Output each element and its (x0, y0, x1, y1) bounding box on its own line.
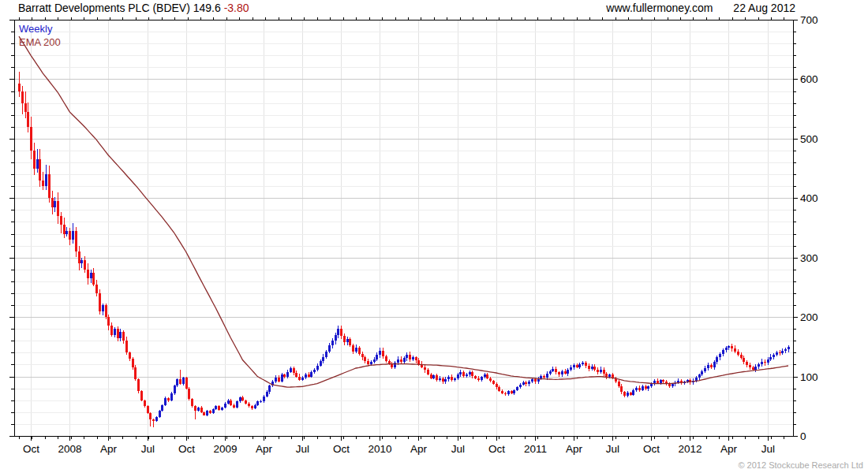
y-tick-label: 500 (800, 133, 818, 145)
down-candle-body (746, 362, 748, 366)
up-candle-body (627, 393, 629, 397)
x-tick-label: Oct (333, 443, 350, 455)
up-candle-body (767, 359, 769, 363)
down-candle-body (442, 378, 444, 382)
x-tick-label: Apr (100, 443, 118, 455)
down-candle-body (364, 357, 366, 361)
down-candle-body (489, 378, 492, 381)
down-candle-body (129, 352, 131, 359)
down-candle-body (63, 225, 65, 233)
up-candle-body (528, 382, 530, 385)
up-candle-body (176, 379, 178, 385)
down-candle-body (117, 329, 119, 337)
down-candle-body (149, 413, 152, 419)
ema-path (19, 36, 788, 387)
down-candle-body (501, 391, 503, 393)
down-candle-body (436, 375, 438, 380)
down-candle-body (593, 367, 596, 371)
up-candle-body (781, 351, 784, 353)
down-candle-body (51, 198, 54, 207)
up-candle-body (224, 404, 226, 408)
down-candle-body (122, 332, 125, 341)
up-candle-body (102, 305, 104, 311)
up-candle-body (513, 390, 515, 394)
up-candle-body (266, 392, 268, 397)
up-candle-body (174, 385, 176, 393)
up-candle-body (182, 378, 185, 384)
down-candle-body (105, 305, 107, 317)
up-candle-body (331, 341, 334, 345)
up-candle-body (769, 357, 772, 359)
up-candle-body (459, 372, 462, 375)
up-candle-body (507, 391, 510, 394)
up-candle-body (406, 355, 408, 358)
down-candle-body (779, 352, 781, 354)
down-candle-body (84, 260, 86, 269)
down-candle-body (60, 216, 62, 225)
down-candle-body (543, 376, 545, 378)
up-candle-body (439, 378, 441, 380)
down-candle-body (92, 273, 95, 285)
down-candle-body (737, 352, 739, 355)
up-candle-body (379, 351, 381, 355)
up-candle-body (722, 350, 724, 354)
up-candle-body (394, 363, 396, 367)
down-candle-body (564, 371, 567, 374)
down-candle-body (451, 377, 453, 381)
up-candle-body (212, 409, 215, 413)
up-candle-body (447, 377, 450, 379)
down-candle-body (218, 406, 220, 410)
y-tick-label: 600 (800, 73, 818, 85)
down-candle-body (471, 372, 473, 376)
legend-ema200: EMA 200 (19, 35, 61, 49)
down-candle-body (233, 405, 235, 408)
up-candle-body (632, 390, 634, 395)
down-candle-body (498, 387, 500, 391)
up-candle-body (758, 364, 760, 367)
ema-200-line (19, 36, 788, 387)
up-candle-body (549, 371, 552, 374)
down-candle-body (358, 348, 361, 354)
plot-frame (15, 20, 794, 437)
up-candle-body (268, 385, 271, 392)
down-candle-body (278, 378, 280, 382)
copyright-notice: © 2012 Stockcube Research Ltd (738, 460, 863, 470)
up-candle-body (754, 367, 757, 370)
y-tick-label: 100 (800, 371, 818, 383)
up-candle-body (355, 348, 357, 352)
up-candle-body (159, 411, 161, 417)
down-candle-body (78, 251, 80, 263)
down-candle-body (462, 372, 465, 376)
up-candle-body (236, 401, 238, 408)
down-candle-body (179, 379, 181, 383)
up-candle-body (313, 370, 316, 373)
down-candle-body (39, 159, 41, 180)
horizontal-gridlines (14, 32, 793, 425)
up-candle-body (215, 406, 217, 409)
up-candle-body (256, 401, 259, 405)
up-candle-body (519, 385, 522, 387)
x-tick-label: 2011 (524, 443, 547, 455)
up-candle-body (761, 362, 763, 364)
down-candle-body (87, 270, 89, 278)
down-candle-body (477, 378, 480, 380)
down-candle-body (241, 397, 244, 400)
down-candle-body (417, 360, 420, 364)
up-candle-body (72, 231, 74, 240)
down-candle-body (230, 400, 232, 405)
x-tick-label: Jul (296, 443, 309, 455)
up-candle-body (728, 346, 730, 348)
up-candle-body (672, 384, 674, 386)
up-candle-body (522, 382, 525, 385)
down-candle-body (57, 201, 59, 216)
down-candle-body (752, 367, 754, 369)
down-candle-body (618, 382, 620, 385)
down-candle-body (525, 382, 527, 384)
up-candle-body (80, 260, 83, 263)
x-tick-label: Oct (178, 443, 195, 455)
up-candle-body (90, 273, 92, 279)
up-candle-body (701, 371, 703, 375)
down-candle-body (125, 341, 128, 352)
up-candle-body (373, 359, 376, 363)
down-candle-body (409, 355, 411, 359)
